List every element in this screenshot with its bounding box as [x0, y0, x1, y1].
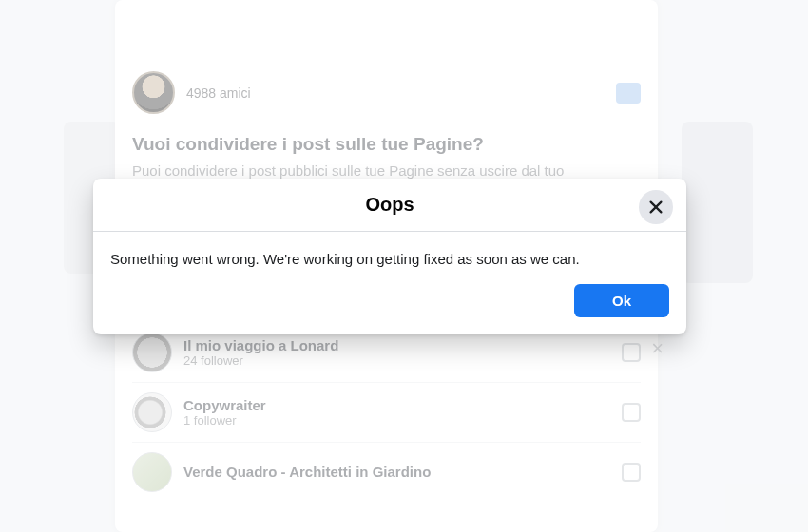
ok-button[interactable]: Ok — [574, 284, 669, 317]
dialog-footer: Ok — [93, 278, 686, 334]
dialog-title: Oops — [150, 194, 629, 216]
dialog-header: Oops — [93, 179, 686, 232]
dialog-close-button[interactable] — [639, 190, 673, 224]
close-icon — [647, 199, 664, 216]
dialog-message: Something went wrong. We're working on g… — [93, 232, 686, 278]
error-dialog: Oops Something went wrong. We're working… — [93, 179, 686, 334]
